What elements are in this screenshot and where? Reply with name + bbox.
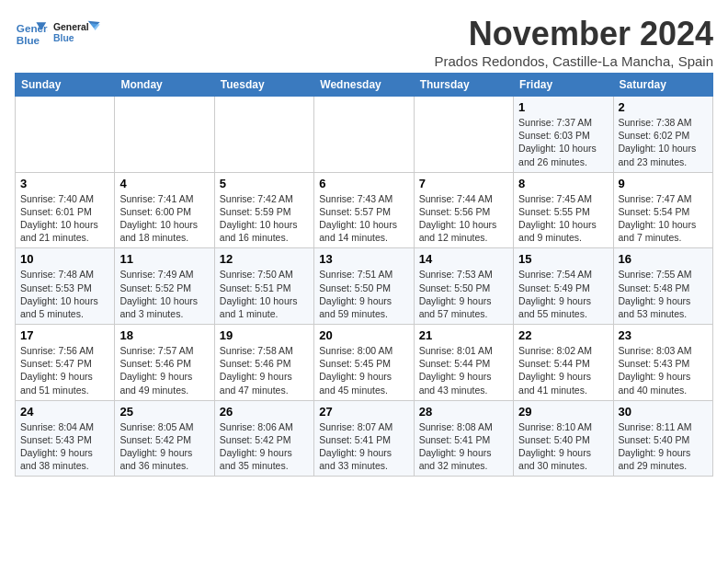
day-number: 30 xyxy=(619,405,708,419)
calendar-week-row: 1Sunrise: 7:37 AM Sunset: 6:03 PM Daylig… xyxy=(16,97,713,173)
logo: General Blue General Blue xyxy=(15,15,101,50)
calendar-week-row: 10Sunrise: 7:48 AM Sunset: 5:53 PM Dayli… xyxy=(16,248,713,325)
day-number: 9 xyxy=(619,177,708,190)
day-info: Sunrise: 8:08 AM Sunset: 5:41 PM Dayligh… xyxy=(419,420,508,473)
calendar-cell: 14Sunrise: 7:53 AM Sunset: 5:50 PM Dayli… xyxy=(414,248,513,325)
calendar-week-row: 3Sunrise: 7:40 AM Sunset: 6:01 PM Daylig… xyxy=(16,172,713,248)
calendar-cell: 28Sunrise: 8:08 AM Sunset: 5:41 PM Dayli… xyxy=(414,400,513,477)
calendar-cell: 16Sunrise: 7:55 AM Sunset: 5:48 PM Dayli… xyxy=(613,248,712,325)
calendar-cell: 8Sunrise: 7:45 AM Sunset: 5:55 PM Daylig… xyxy=(514,172,613,248)
day-number: 20 xyxy=(319,328,408,342)
day-number: 22 xyxy=(518,328,608,342)
calendar-cell: 25Sunrise: 8:05 AM Sunset: 5:42 PM Dayli… xyxy=(115,400,214,477)
day-info: Sunrise: 7:41 AM Sunset: 6:00 PM Dayligh… xyxy=(119,192,209,245)
day-info: Sunrise: 8:11 AM Sunset: 5:40 PM Dayligh… xyxy=(619,420,708,473)
calendar-cell: 26Sunrise: 8:06 AM Sunset: 5:42 PM Dayli… xyxy=(214,400,313,477)
logo-icon: General Blue xyxy=(15,16,48,49)
title-area: November 2024 Prados Redondos, Castille-… xyxy=(434,15,713,69)
day-number: 11 xyxy=(119,252,209,266)
calendar-cell xyxy=(414,97,513,173)
weekday-header: Tuesday xyxy=(214,74,313,97)
day-number: 8 xyxy=(518,177,608,190)
calendar-cell: 3Sunrise: 7:40 AM Sunset: 6:01 PM Daylig… xyxy=(16,172,115,248)
day-number: 15 xyxy=(518,252,608,266)
calendar-cell: 10Sunrise: 7:48 AM Sunset: 5:53 PM Dayli… xyxy=(16,248,115,325)
calendar-cell: 9Sunrise: 7:47 AM Sunset: 5:54 PM Daylig… xyxy=(613,172,712,248)
svg-text:General: General xyxy=(53,22,89,32)
calendar-cell: 1Sunrise: 7:37 AM Sunset: 6:03 PM Daylig… xyxy=(514,97,613,173)
day-number: 27 xyxy=(319,405,408,419)
calendar-header-row: SundayMondayTuesdayWednesdayThursdayFrid… xyxy=(16,74,713,97)
day-info: Sunrise: 8:00 AM Sunset: 5:45 PM Dayligh… xyxy=(319,344,408,396)
calendar-cell: 15Sunrise: 7:54 AM Sunset: 5:49 PM Dayli… xyxy=(514,248,613,325)
page-header: General Blue General Blue November 2024 … xyxy=(15,15,713,69)
day-number: 5 xyxy=(220,177,309,190)
day-info: Sunrise: 8:04 AM Sunset: 5:43 PM Dayligh… xyxy=(20,420,109,473)
location-title: Prados Redondos, Castille-La Mancha, Spa… xyxy=(434,53,713,69)
day-number: 12 xyxy=(220,252,309,266)
day-number: 29 xyxy=(518,405,608,419)
day-info: Sunrise: 7:55 AM Sunset: 5:48 PM Dayligh… xyxy=(619,268,708,320)
day-info: Sunrise: 7:51 AM Sunset: 5:50 PM Dayligh… xyxy=(319,268,408,320)
day-number: 19 xyxy=(220,328,309,342)
day-info: Sunrise: 8:07 AM Sunset: 5:41 PM Dayligh… xyxy=(319,420,408,473)
day-info: Sunrise: 7:57 AM Sunset: 5:46 PM Dayligh… xyxy=(119,344,209,396)
calendar-cell: 27Sunrise: 8:07 AM Sunset: 5:41 PM Dayli… xyxy=(314,400,414,477)
svg-marker-6 xyxy=(90,23,99,30)
day-info: Sunrise: 7:54 AM Sunset: 5:49 PM Dayligh… xyxy=(518,268,608,320)
weekday-header: Saturday xyxy=(613,74,712,97)
day-number: 25 xyxy=(119,405,209,419)
day-number: 3 xyxy=(20,177,109,190)
weekday-header: Wednesday xyxy=(314,74,414,97)
day-info: Sunrise: 7:38 AM Sunset: 6:02 PM Dayligh… xyxy=(619,116,708,168)
day-number: 18 xyxy=(119,328,209,342)
weekday-header: Monday xyxy=(115,74,214,97)
day-info: Sunrise: 7:49 AM Sunset: 5:52 PM Dayligh… xyxy=(119,268,209,320)
calendar-cell: 6Sunrise: 7:43 AM Sunset: 5:57 PM Daylig… xyxy=(314,172,414,248)
calendar-cell: 20Sunrise: 8:00 AM Sunset: 5:45 PM Dayli… xyxy=(314,325,414,401)
calendar-cell: 23Sunrise: 8:03 AM Sunset: 5:43 PM Dayli… xyxy=(613,325,712,401)
day-info: Sunrise: 7:43 AM Sunset: 5:57 PM Dayligh… xyxy=(319,192,408,245)
calendar-cell: 29Sunrise: 8:10 AM Sunset: 5:40 PM Dayli… xyxy=(514,400,613,477)
day-number: 26 xyxy=(220,405,309,419)
calendar-week-row: 24Sunrise: 8:04 AM Sunset: 5:43 PM Dayli… xyxy=(16,400,713,477)
calendar-table: SundayMondayTuesdayWednesdayThursdayFrid… xyxy=(15,73,713,477)
calendar-cell: 18Sunrise: 7:57 AM Sunset: 5:46 PM Dayli… xyxy=(115,325,214,401)
calendar-cell xyxy=(314,97,414,173)
day-info: Sunrise: 7:37 AM Sunset: 6:03 PM Dayligh… xyxy=(518,116,608,168)
calendar-cell: 13Sunrise: 7:51 AM Sunset: 5:50 PM Dayli… xyxy=(314,248,414,325)
day-info: Sunrise: 8:02 AM Sunset: 5:44 PM Dayligh… xyxy=(518,344,608,396)
calendar-cell: 5Sunrise: 7:42 AM Sunset: 5:59 PM Daylig… xyxy=(214,172,313,248)
day-number: 10 xyxy=(20,252,109,266)
day-info: Sunrise: 8:06 AM Sunset: 5:42 PM Dayligh… xyxy=(220,420,309,473)
day-info: Sunrise: 7:40 AM Sunset: 6:01 PM Dayligh… xyxy=(20,192,109,245)
calendar-cell: 11Sunrise: 7:49 AM Sunset: 5:52 PM Dayli… xyxy=(115,248,214,325)
day-number: 4 xyxy=(119,177,209,190)
day-info: Sunrise: 7:50 AM Sunset: 5:51 PM Dayligh… xyxy=(220,268,309,320)
logo-bird-icon: General Blue xyxy=(53,15,101,50)
day-number: 16 xyxy=(619,252,708,266)
calendar-cell xyxy=(214,97,313,173)
day-number: 1 xyxy=(518,100,608,114)
calendar-cell: 24Sunrise: 8:04 AM Sunset: 5:43 PM Dayli… xyxy=(16,400,115,477)
calendar-cell xyxy=(115,97,214,173)
day-info: Sunrise: 7:47 AM Sunset: 5:54 PM Dayligh… xyxy=(619,192,708,245)
calendar-cell: 22Sunrise: 8:02 AM Sunset: 5:44 PM Dayli… xyxy=(514,325,613,401)
month-title: November 2024 xyxy=(434,15,713,53)
day-info: Sunrise: 7:42 AM Sunset: 5:59 PM Dayligh… xyxy=(220,192,309,245)
day-info: Sunrise: 7:58 AM Sunset: 5:46 PM Dayligh… xyxy=(220,344,309,396)
day-number: 24 xyxy=(20,405,109,419)
day-number: 14 xyxy=(419,252,508,266)
calendar-cell: 4Sunrise: 7:41 AM Sunset: 6:00 PM Daylig… xyxy=(115,172,214,248)
day-number: 7 xyxy=(419,177,508,190)
day-number: 6 xyxy=(319,177,408,190)
calendar-cell: 17Sunrise: 7:56 AM Sunset: 5:47 PM Dayli… xyxy=(16,325,115,401)
day-number: 21 xyxy=(419,328,508,342)
calendar-body: 1Sunrise: 7:37 AM Sunset: 6:03 PM Daylig… xyxy=(16,97,713,477)
calendar-cell: 21Sunrise: 8:01 AM Sunset: 5:44 PM Dayli… xyxy=(414,325,513,401)
day-number: 23 xyxy=(619,328,708,342)
day-info: Sunrise: 8:03 AM Sunset: 5:43 PM Dayligh… xyxy=(619,344,708,396)
day-info: Sunrise: 7:45 AM Sunset: 5:55 PM Dayligh… xyxy=(518,192,608,245)
day-info: Sunrise: 7:44 AM Sunset: 5:56 PM Dayligh… xyxy=(419,192,508,245)
day-info: Sunrise: 8:10 AM Sunset: 5:40 PM Dayligh… xyxy=(518,420,608,473)
